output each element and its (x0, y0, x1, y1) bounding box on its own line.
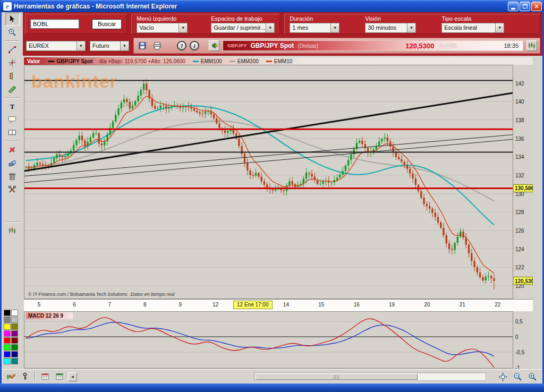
chevron-down-icon[interactable]: ▼ (266, 23, 274, 32)
text-tool-button[interactable]: T (5, 100, 20, 113)
toolbar-row-2: EUREX ▼ Futuro ▼ ? i (23, 36, 542, 56)
chevron-down-icon[interactable]: ▼ (76, 41, 85, 50)
vision-label: Visión (365, 15, 416, 22)
chevron-down-icon[interactable]: ▼ (407, 23, 415, 32)
color-swatch[interactable] (4, 344, 11, 351)
pan-zoom-icon[interactable] (497, 371, 508, 382)
bottom-right-tools (497, 371, 538, 382)
search-input[interactable] (30, 19, 79, 29)
chevron-down-icon[interactable]: ▼ (330, 23, 339, 32)
color-swatch[interactable] (4, 358, 11, 364)
left-menu-group: Menú izquierdo Vacío ▼ (137, 15, 188, 33)
color-swatch[interactable] (11, 317, 18, 323)
left-menu-select[interactable]: Vacío ▼ (137, 23, 188, 33)
color-swatch[interactable] (11, 358, 18, 364)
indicator-tool-button[interactable] (5, 224, 20, 237)
chevron-down-icon[interactable]: ▼ (120, 41, 129, 50)
back-button[interactable] (209, 40, 219, 51)
view-panel: Duración 1 mes ▼ Visión 30 minutos ▼ (284, 14, 540, 34)
color-swatch[interactable] (11, 337, 18, 344)
macd-axis-label: -1 (515, 365, 520, 369)
color-swatch[interactable] (4, 351, 11, 357)
duration-label: Duración (290, 15, 339, 22)
color-swatch[interactable] (4, 330, 11, 337)
color-swatch[interactable] (4, 337, 11, 344)
zoom-out-icon[interactable] (512, 371, 523, 382)
scrollbar-thumb[interactable] (256, 373, 418, 380)
scroll-left-button[interactable]: ◄ (68, 372, 77, 381)
vision-select[interactable]: 30 minutos ▼ (365, 23, 416, 33)
table-green-icon[interactable] (54, 371, 65, 382)
chevron-down-icon[interactable]: ▼ (178, 23, 187, 32)
scale-select[interactable]: Escala lineal ▼ (441, 23, 504, 33)
trash-icon (8, 172, 16, 181)
color-swatch[interactable] (4, 317, 11, 323)
y-axis-label: 122 (515, 265, 524, 270)
price-chart[interactable]: 120122124126128130132134136138140142130,… (24, 65, 533, 299)
horizontal-scrollbar[interactable] (254, 372, 486, 381)
chevron-down-icon[interactable]: ▼ (495, 23, 504, 32)
tools-tool-button[interactable] (5, 183, 20, 196)
book-tool-button[interactable] (5, 126, 20, 139)
quote-banner: GBPJPY GBP/JPY Spot (Divisas) 120,5300 -… (223, 40, 523, 51)
color-swatch[interactable] (11, 310, 18, 316)
legend-emm10: EMM10 (274, 58, 292, 64)
print-icon[interactable] (151, 40, 163, 51)
y-axis-label: 132 (515, 173, 524, 178)
color-swatch[interactable] (4, 323, 11, 330)
macd-chart-canvas[interactable]: 0,50-0,5-1 (24, 311, 533, 369)
price-chart-svg[interactable]: 120122124126128130132134136138140142130,… (24, 65, 533, 299)
table-red-icon[interactable] (39, 371, 51, 382)
bottom-left-tools: ◄ (5, 371, 77, 382)
x-axis: 12 Ene 17:00 567891214151619202122 (24, 299, 533, 311)
save-icon[interactable] (137, 40, 148, 51)
color-swatch[interactable] (11, 330, 18, 337)
divider (35, 372, 36, 381)
close-button[interactable]: × (531, 2, 542, 11)
key-icon[interactable] (19, 371, 31, 382)
window-bottom-frame (0, 384, 544, 392)
minimize-button[interactable] (508, 2, 518, 11)
chart-settings-icon[interactable] (526, 40, 537, 51)
title-bar[interactable]: e Herramientas de gráficas - Microsoft I… (0, 0, 544, 12)
color-swatch[interactable] (11, 323, 18, 330)
x-axis-label: 22 (491, 302, 504, 308)
duration-select[interactable]: 1 mes ▼ (290, 23, 339, 33)
quote-time: 18:35 (504, 42, 518, 49)
trash-tool-button[interactable] (5, 170, 20, 183)
help-button[interactable]: ? (177, 41, 186, 50)
maximize-button[interactable] (520, 2, 530, 11)
divider (5, 221, 19, 223)
chart-edit-icon[interactable] (5, 371, 16, 382)
trendline-tool-button[interactable] (5, 43, 20, 56)
zoom-tool-button[interactable] (5, 26, 20, 39)
info-button[interactable]: i (190, 41, 199, 50)
macd-panel[interactable]: 0,50-0,5-1 MACD 12 26 9 (24, 311, 533, 369)
workspaces-group: Espacios de trabajo Guardar / suprimir..… (211, 15, 275, 33)
delete-line-tool-button[interactable] (5, 143, 20, 156)
color-swatch[interactable] (11, 344, 18, 351)
y-axis-label: 136 (515, 136, 524, 142)
x-axis-label: 16 (350, 302, 363, 308)
pointer-tool-button[interactable] (5, 13, 20, 25)
crossline-tool-button[interactable] (5, 56, 20, 69)
instrument-select[interactable]: Futuro ▼ (90, 41, 129, 51)
eraser-tool-button[interactable] (5, 157, 20, 169)
macd-chart-svg[interactable]: 0,50-0,5-1 (24, 311, 533, 369)
left-menu-label: Menú izquierdo (137, 15, 188, 22)
fibonacci-tool-button[interactable] (5, 70, 20, 82)
scrollbar-grip (334, 375, 340, 379)
search-button[interactable]: Buscar (92, 19, 122, 29)
bottom-toolbar: ◄ (2, 369, 542, 384)
zoom-in-icon[interactable] (526, 371, 538, 382)
color-swatch[interactable] (11, 351, 18, 357)
exchange-select[interactable]: EUREX ▼ (26, 41, 86, 51)
color-swatch[interactable] (4, 310, 11, 316)
price-chart-canvas[interactable]: 120122124126128130132134136138140142130,… (24, 65, 533, 299)
regression-tool-button[interactable] (5, 83, 20, 96)
note-tool-button[interactable] (5, 113, 20, 126)
vision-value: 30 minutos (366, 23, 407, 32)
emm200-color-swatch (230, 61, 235, 62)
text-icon: T (8, 102, 16, 110)
workspaces-select[interactable]: Guardar / suprimir... ▼ (211, 23, 275, 33)
